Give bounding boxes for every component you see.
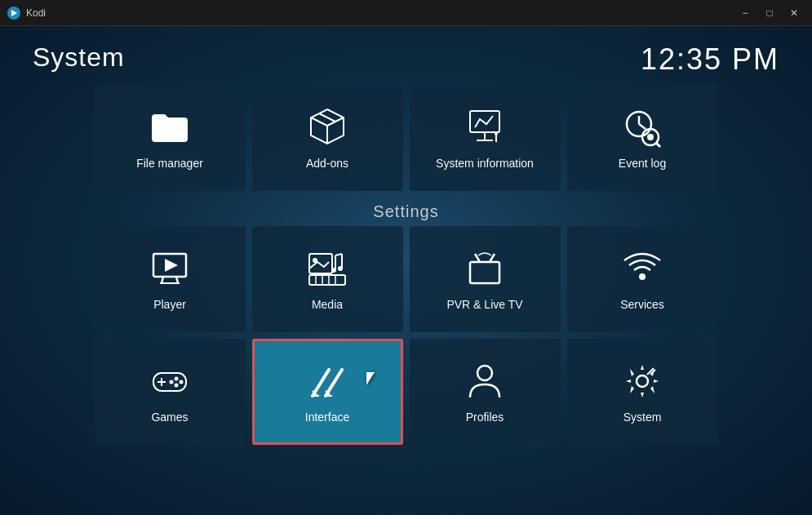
titlebar-app-name: Kodi <box>26 7 46 19</box>
profiles-label: Profiles <box>466 411 504 424</box>
clock-display: 12:35 PM <box>641 42 779 77</box>
svg-point-17 <box>647 134 654 140</box>
tiles-section: File manager Add-ons <box>33 85 779 499</box>
tile-games[interactable]: Games <box>95 339 246 445</box>
tile-services[interactable]: Services <box>567 226 718 332</box>
games-label: Games <box>151 411 188 424</box>
system-icon <box>621 360 663 402</box>
tile-add-ons[interactable]: Add-ons <box>252 85 403 191</box>
media-label: Media <box>312 298 343 311</box>
event-log-label: Event log <box>619 157 666 170</box>
media-icon <box>306 247 348 290</box>
main-content: System 12:35 PM File manager <box>0 26 812 515</box>
pvr-live-tv-icon <box>464 247 506 290</box>
svg-line-6 <box>319 113 335 122</box>
tile-event-log[interactable]: Event log <box>567 85 718 191</box>
pvr-live-tv-label: PVR & Live TV <box>446 298 522 311</box>
tile-profiles[interactable]: Profiles <box>410 339 561 445</box>
bottom-tiles-row: Games Interface <box>33 339 779 445</box>
event-log-icon <box>621 106 663 149</box>
player-label: Player <box>153 298 186 311</box>
games-icon <box>149 360 191 402</box>
tile-system[interactable]: System <box>567 339 718 445</box>
top-tiles-row: File manager Add-ons <box>33 85 779 191</box>
titlebar-left: Kodi <box>7 6 46 20</box>
system-label: System <box>623 411 662 424</box>
svg-line-14 <box>639 124 646 129</box>
page-title: System <box>33 42 125 73</box>
tile-interface[interactable]: Interface <box>252 339 403 445</box>
titlebar-controls: − □ ✕ <box>734 4 805 22</box>
system-info-icon <box>464 106 506 149</box>
file-manager-label: File manager <box>136 157 203 170</box>
tile-system-information[interactable]: System information <box>410 85 561 191</box>
interface-icon <box>306 360 348 402</box>
add-ons-label: Add-ons <box>306 157 348 170</box>
system-information-label: System information <box>436 157 534 170</box>
minimize-button[interactable]: − <box>734 4 757 22</box>
svg-line-27 <box>335 254 342 255</box>
svg-point-52 <box>477 366 492 380</box>
cursor-icon <box>366 372 375 385</box>
svg-point-38 <box>639 273 646 280</box>
svg-rect-30 <box>309 275 345 285</box>
services-label: Services <box>620 298 664 311</box>
interface-label: Interface <box>305 411 349 424</box>
folder-icon <box>149 106 191 149</box>
svg-point-42 <box>175 377 179 381</box>
tile-player[interactable]: Player <box>95 226 246 332</box>
tile-media[interactable]: Media <box>252 226 403 332</box>
svg-marker-22 <box>165 259 178 272</box>
addons-icon <box>306 106 348 149</box>
svg-line-16 <box>656 143 660 147</box>
close-button[interactable]: ✕ <box>783 4 805 22</box>
svg-rect-35 <box>470 262 499 283</box>
kodi-logo-icon <box>7 6 21 20</box>
svg-point-29 <box>338 266 343 271</box>
tile-file-manager[interactable]: File manager <box>95 85 246 191</box>
svg-rect-7 <box>470 111 499 132</box>
svg-point-53 <box>637 375 648 387</box>
services-icon <box>621 247 663 290</box>
svg-point-44 <box>175 384 179 388</box>
svg-point-28 <box>331 268 336 273</box>
maximize-button[interactable]: □ <box>758 4 781 22</box>
svg-point-45 <box>170 380 174 384</box>
svg-point-43 <box>180 380 184 384</box>
settings-section-label: Settings <box>33 202 779 221</box>
svg-line-3 <box>311 118 327 126</box>
svg-point-10 <box>495 132 498 135</box>
player-icon <box>149 247 191 290</box>
tile-pvr-live-tv[interactable]: PVR & Live TV <box>410 226 561 332</box>
titlebar: Kodi − □ ✕ <box>0 0 812 26</box>
profiles-icon <box>464 360 506 402</box>
header: System 12:35 PM <box>33 42 779 77</box>
middle-tiles-row: Player <box>33 226 779 332</box>
